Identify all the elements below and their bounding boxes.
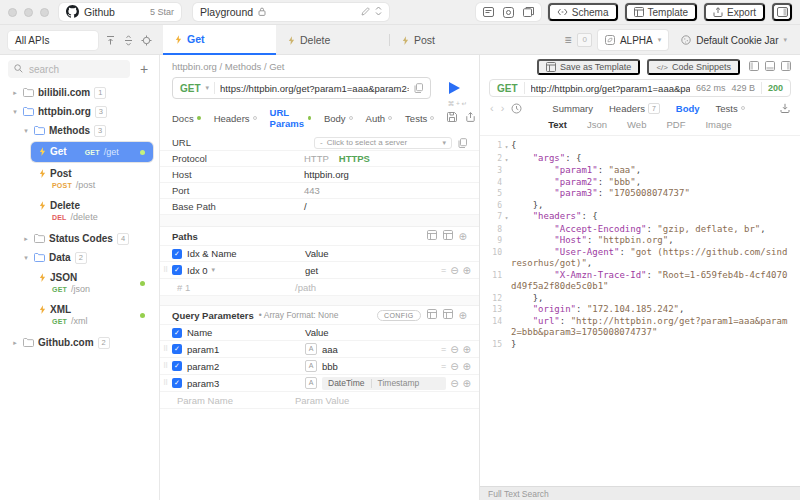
send-button[interactable] [441, 82, 467, 94]
console-icon[interactable] [483, 7, 494, 17]
tree-item-bilibili-com[interactable]: ▸bilibili.com1 [5, 83, 154, 102]
request-queue-icon[interactable]: ≡ [564, 33, 571, 47]
cookie-jar-select[interactable]: Default Cookie Jar ▾ [674, 30, 794, 50]
caret-icon[interactable]: ▸ [22, 235, 30, 243]
copy-url-icon[interactable] [414, 83, 423, 93]
project-switcher[interactable]: Github 5 Star [59, 3, 181, 21]
save-as-template-button[interactable]: Save as Template [537, 59, 640, 75]
view-tab-json[interactable]: Json [587, 119, 607, 130]
request-tab-body[interactable]: Body [324, 107, 353, 129]
request-tab-auth[interactable]: Auth [366, 107, 393, 129]
select-all-checkbox[interactable]: ✓ [172, 328, 182, 338]
cell-name[interactable]: param2 [187, 361, 305, 372]
tree-item-get[interactable]: GetGET/get [31, 142, 153, 162]
fold-toggle-icon[interactable]: ▾ [502, 153, 511, 166]
add-row-icon[interactable]: ⊕ [463, 265, 471, 276]
view-tab-text[interactable]: Text [548, 119, 567, 130]
save-request-icon[interactable] [447, 112, 457, 124]
add-param-icon[interactable]: ⊕ [459, 310, 467, 321]
export-button[interactable]: Export [704, 3, 765, 21]
drag-handle-icon[interactable]: ⠿ [163, 345, 172, 353]
minimize-window-icon[interactable] [24, 8, 33, 17]
history-forward-icon[interactable]: › [501, 102, 505, 114]
response-tab-headers[interactable]: Headers7 [609, 103, 660, 114]
server-select[interactable]: - Click to select a server ▾ [314, 137, 452, 149]
code-snippets-button[interactable]: </> Code Snippets [647, 59, 740, 75]
tree-item-xml[interactable]: XMLGET/xml [31, 301, 153, 330]
add-row-icon[interactable]: ⊕ [463, 378, 471, 389]
row-checkbox[interactable]: ✓ [172, 265, 182, 275]
url-input[interactable]: GET ▾ https://httpbin.org/get?param1=aaa… [172, 77, 431, 99]
history-icon[interactable] [511, 103, 522, 114]
tree-item-data[interactable]: ▾Data2 [5, 248, 154, 267]
cell-value[interactable]: ADateTimeTimestamp [305, 377, 446, 390]
tree-item-methods[interactable]: ▾Methods3 [5, 121, 154, 140]
layout-right-icon[interactable] [781, 61, 791, 73]
api-hub-icon[interactable] [503, 7, 514, 18]
tab-delete[interactable]: Delete [276, 25, 389, 55]
drag-handle-icon[interactable]: ⠿ [163, 362, 172, 370]
close-window-icon[interactable] [8, 8, 17, 17]
setting-value[interactable]: / [304, 201, 307, 212]
url-value[interactable]: https://httpbin.org/get?param1=aaa&param… [220, 83, 409, 94]
expand-all-icon[interactable] [123, 35, 134, 46]
caret-icon[interactable]: ▾ [22, 254, 30, 262]
add-row-icon[interactable]: ⊕ [463, 361, 471, 372]
more-options-icon[interactable]: = [441, 265, 446, 275]
history-back-icon[interactable]: ‹ [490, 102, 494, 114]
fold-toggle-icon[interactable]: ▾ [502, 140, 511, 153]
tree-item-json[interactable]: JSONGET/json [31, 269, 153, 298]
environment-select[interactable]: ALPHA ▾ [598, 30, 668, 50]
caret-icon[interactable]: ▸ [11, 89, 19, 97]
request-tab-url-params[interactable]: URL Params [270, 107, 311, 129]
share-request-icon[interactable] [466, 112, 475, 124]
caret-icon[interactable]: ▾ [11, 108, 19, 116]
cell-value[interactable]: Abbb [305, 360, 437, 372]
request-tab-tests[interactable]: Tests [405, 107, 434, 129]
new-window-icon[interactable] [523, 7, 534, 17]
protocol-option-https[interactable]: HTTPS [339, 153, 370, 164]
tree-item-post[interactable]: PostPOST/post [31, 165, 153, 194]
row-checkbox[interactable]: ✓ [172, 361, 182, 371]
bulk-edit-icon[interactable] [427, 309, 437, 321]
switch-workspace-icon[interactable] [375, 6, 382, 18]
cell-name[interactable]: param3 [187, 378, 305, 389]
response-tab-body[interactable]: Body [676, 103, 700, 114]
more-options-icon[interactable]: = [441, 361, 446, 371]
request-tab-headers[interactable]: Headers [214, 107, 257, 129]
cell-name[interactable]: param1 [187, 344, 305, 355]
type-string-icon[interactable]: A [305, 377, 317, 389]
bulk-edit-icon[interactable] [427, 230, 437, 242]
response-tab-tests[interactable]: Tests [716, 103, 745, 114]
tree-item-github-com[interactable]: ▸Github.com2 [5, 333, 154, 352]
select-all-checkbox[interactable]: ✓ [172, 249, 182, 259]
full-text-search-bar[interactable] [480, 486, 800, 500]
setting-value[interactable]: httpbin.org [304, 169, 349, 180]
tab-get[interactable]: Get [163, 25, 276, 55]
edit-icon[interactable] [361, 6, 370, 18]
remove-row-icon[interactable]: ⊖ [450, 344, 458, 355]
request-tab-docs[interactable]: Docs [172, 107, 201, 129]
add-row-icon[interactable]: ⊕ [463, 344, 471, 355]
text-edit-icon[interactable] [443, 230, 453, 242]
fold-toggle-icon[interactable]: ▾ [502, 211, 511, 224]
add-request-button[interactable]: + [137, 62, 151, 76]
config-button[interactable]: CONFIG [377, 310, 421, 321]
drag-handle-icon[interactable]: ⠿ [163, 379, 172, 387]
cell-name[interactable]: Idx 0▾ [187, 265, 305, 276]
protocol-option-http[interactable]: HTTP [304, 153, 329, 164]
tree-item-status-codes[interactable]: ▸Status Codes4 [5, 229, 154, 248]
schema-button[interactable]: Schema [548, 3, 618, 21]
cell-value[interactable]: get [305, 265, 437, 276]
copy-server-icon[interactable] [458, 138, 467, 148]
param-value[interactable]: aaa [322, 344, 338, 355]
type-string-icon[interactable]: A [305, 360, 317, 372]
remove-row-icon[interactable]: ⊖ [450, 361, 458, 372]
cell-name[interactable]: # 1 [177, 282, 295, 293]
workspace-switcher[interactable]: Playground [193, 3, 389, 21]
cell-value[interactable]: Aaaa [305, 343, 437, 355]
layout-left-icon[interactable] [749, 61, 759, 73]
cell-value[interactable]: /path [295, 282, 471, 293]
search-input[interactable] [8, 60, 130, 78]
remove-row-icon[interactable]: ⊖ [450, 265, 458, 276]
